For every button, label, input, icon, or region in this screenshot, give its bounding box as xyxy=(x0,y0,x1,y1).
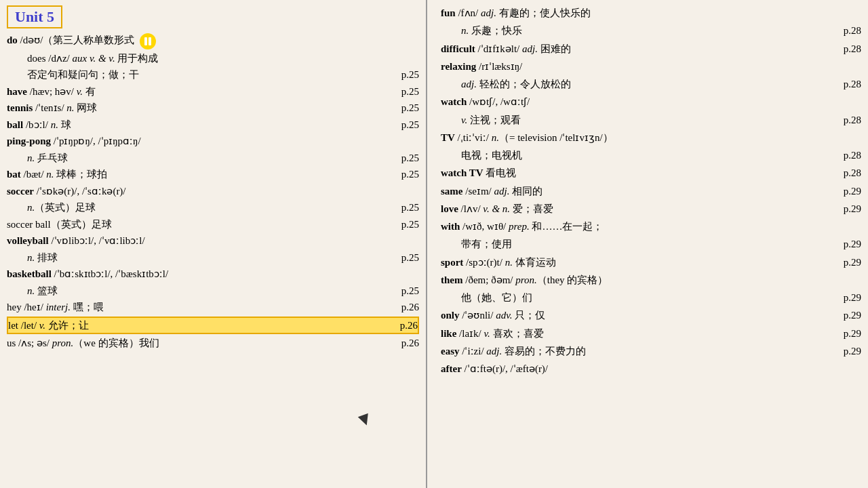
r-word-difficult-def: 困难的 xyxy=(538,43,571,54)
r-word-watch: watch xyxy=(441,96,467,107)
word-hey: hey xyxy=(7,302,22,312)
entry-does-def: 否定句和疑问句；做；干 p.25 xyxy=(27,67,419,83)
entry-pingpong-def: n. 乒乓球 p.25 xyxy=(27,150,419,166)
word-ball-pos: n. xyxy=(51,119,58,130)
word-pingpong-pos: n. xyxy=(27,152,35,163)
entry-ball-page: p.25 xyxy=(389,117,419,133)
r-sub-watch: v. 注视；观看 p.28 xyxy=(461,113,861,128)
r-sub-watch-main: v. 注视；观看 xyxy=(461,113,831,128)
r-entry-watch-main: watch /wɒtʃ/, /wɑːtʃ/ xyxy=(441,94,861,110)
pause-button[interactable] xyxy=(140,33,156,49)
word-soccer-def-text: （英式）足球 xyxy=(35,202,96,213)
r-word-with: with xyxy=(441,221,460,232)
word-tennis-def: 网球 xyxy=(75,102,98,113)
r-sub-them-def: 他（她、它）们 xyxy=(461,292,532,303)
r-word-like-pos: v. xyxy=(484,328,490,339)
r-entry-only: only /ˈəʊnli/ adv. 只；仅 p.29 xyxy=(441,308,861,323)
r-word-them-pron: /ðem; ðəm/ xyxy=(465,274,515,285)
word-bat: bat xyxy=(7,169,21,180)
r-sub-relaxing-pos: adj. xyxy=(461,79,477,89)
entry-have: have /hæv; həv/ v. 有 p.25 xyxy=(7,84,419,100)
word-volleyball-pos: n. xyxy=(27,252,35,263)
pause-icon xyxy=(144,37,151,45)
r-sub-them: 他（她、它）们 p.29 xyxy=(461,290,861,306)
r-word-only: only xyxy=(441,310,460,321)
r-entry-them: them /ðem; ðəm/ pron.（they 的宾格） xyxy=(441,272,861,288)
entry-soccerball-main: soccer ball（英式）足球 xyxy=(7,217,389,232)
entry-hey-main: hey /heɪ/ interj. 嘿；喂 xyxy=(7,300,389,315)
r-entry-sport-page: p.29 xyxy=(831,255,861,270)
r-word-love-pron: /lʌv/ xyxy=(461,203,484,214)
entry-have-main: have /hæv; həv/ v. 有 xyxy=(7,84,389,100)
entry-ball-main: ball /bɔːl/ n. 球 xyxy=(7,117,389,133)
r-entry-relaxing-main: relaxing /rɪˈlæksɪŋ/ xyxy=(441,59,861,75)
word-do-pron: /dəʊ/（第三人称单数形式 xyxy=(20,35,135,45)
r-word-fun-pos: adj. xyxy=(481,7,496,18)
word-tennis-pron: /ˈtenɪs/ xyxy=(35,102,66,113)
entry-hey: hey /heɪ/ interj. 嘿；喂 p.26 xyxy=(7,300,419,315)
r-sub-relaxing: adj. 轻松的；令人放松的 p.28 xyxy=(461,77,861,92)
r-word-after: after xyxy=(441,363,462,374)
r-word-like-pron: /laɪk/ xyxy=(459,328,484,339)
entry-basketball-page: p.25 xyxy=(389,283,419,299)
word-us-pron: /ʌs; əs/ xyxy=(18,338,52,348)
r-word-same-def: 相同的 xyxy=(509,186,542,197)
mouse-cursor xyxy=(358,413,372,428)
r-entry-like: like /laɪk/ v. 喜欢；喜爱 p.29 xyxy=(441,326,861,342)
r-entry-only-main: only /ˈəʊnli/ adv. 只；仅 xyxy=(441,308,831,323)
entry-pingpong-main: ping-pong /ˈpɪŋpɒŋ/, /ˈpɪŋpɑːŋ/ xyxy=(7,134,419,149)
r-word-watchtv: watch TV xyxy=(441,167,484,178)
entry-pingpong: ping-pong /ˈpɪŋpɒŋ/, /ˈpɪŋpɑːŋ/ xyxy=(7,134,419,149)
r-word-fun: fun xyxy=(441,7,456,18)
entry-basketball-def-main: n. 篮球 xyxy=(27,283,389,299)
word-soccer-pron: /ˈsɒkə(r)/, /ˈsɑːkə(r)/ xyxy=(37,186,126,197)
r-entry-tv-main: TV /ˌtiːˈviː/ n.（= television /ˈtelɪvɪʒn… xyxy=(441,130,861,146)
word-pingpong-pron: /ˈpɪŋpɒŋ/, /ˈpɪŋpɑːŋ/ xyxy=(54,136,141,146)
r-entry-only-page: p.29 xyxy=(831,308,861,323)
r-word-only-pos: adv. xyxy=(496,310,512,321)
entry-have-page: p.25 xyxy=(389,84,419,100)
r-word-easy: easy xyxy=(441,346,460,357)
pause-bar-right xyxy=(149,37,151,45)
left-panel: Unit 5 do /dəʊ/（第三人称单数形式 does /dʌz/ aux … xyxy=(0,0,427,488)
entry-bat-main: bat /bæt/ n. 球棒；球拍 xyxy=(7,167,389,182)
r-sub-them-page: p.29 xyxy=(831,290,861,306)
r-sub-fun-main: n. 乐趣；快乐 xyxy=(461,23,831,39)
entry-do: do /dəʊ/（第三人称单数形式 xyxy=(7,33,419,49)
r-word-sport-pos: n. xyxy=(505,257,513,268)
word-volleyball-pron: /ˈvɒlibɔːl/, /ˈvɑːlibɔːl/ xyxy=(51,235,144,246)
entry-ball: ball /bɔːl/ n. 球 p.25 xyxy=(7,117,419,133)
r-entry-love-main: love /lʌv/ v. & n. 爱；喜爱 xyxy=(441,201,831,217)
word-basketball-pos: n. xyxy=(27,285,35,296)
unit-badge: Unit 5 xyxy=(7,5,62,28)
r-entry-fun-main: fun /fʌn/ adj. 有趣的；使人快乐的 xyxy=(441,5,861,21)
entry-soccerball-page: p.25 xyxy=(389,217,419,232)
r-word-fun-def: 有趣的；使人快乐的 xyxy=(496,7,591,18)
word-volleyball-def-text: 排球 xyxy=(35,252,58,263)
entry-us-page: p.26 xyxy=(389,336,419,351)
r-word-like: like xyxy=(441,328,456,339)
r-word-love-pos: v. & n. xyxy=(483,203,510,214)
word-ball: ball xyxy=(7,119,23,130)
r-sub-fun-page: p.28 xyxy=(831,23,861,39)
r-entry-watchtv: watch TV 看电视 p.28 xyxy=(441,165,861,181)
word-have-pron: /hæv; həv/ xyxy=(30,86,77,97)
entry-tennis-main: tennis /ˈtenɪs/ n. 网球 xyxy=(7,100,389,116)
r-word-watchtv-def: 看电视 xyxy=(486,167,516,178)
r-entry-love: love /lʌv/ v. & n. 爱；喜爱 p.29 xyxy=(441,201,861,217)
entry-volleyball: volleyball /ˈvɒlibɔːl/, /ˈvɑːlibɔːl/ xyxy=(7,233,419,249)
r-sub-fun: n. 乐趣；快乐 p.28 xyxy=(461,23,861,39)
r-word-sport-pron: /spɔː(r)t/ xyxy=(466,257,505,268)
word-bat-pos: n. xyxy=(46,169,54,180)
r-entry-same: same /seɪm/ adj. 相同的 p.29 xyxy=(441,184,861,199)
entry-does-def-main: 否定句和疑问句；做；干 xyxy=(27,67,389,83)
entry-do-main: do /dəʊ/（第三人称单数形式 xyxy=(7,33,419,49)
entry-soccer-main: soccer /ˈsɒkə(r)/, /ˈsɑːkə(r)/ xyxy=(7,184,419,199)
r-word-same-pron: /seɪm/ xyxy=(465,186,494,197)
word-us-def: （we 的宾格）我们 xyxy=(73,338,159,348)
r-sub-relaxing-def: 轻松的；令人放松的 xyxy=(477,79,571,89)
entry-bat: bat /bæt/ n. 球棒；球拍 p.25 xyxy=(7,167,419,182)
word-let-def: 允许；让 xyxy=(45,320,89,331)
r-sub-with-page: p.29 xyxy=(831,237,861,252)
r-entry-tv: TV /ˌtiːˈviː/ n.（= television /ˈtelɪvɪʒn… xyxy=(441,130,861,146)
